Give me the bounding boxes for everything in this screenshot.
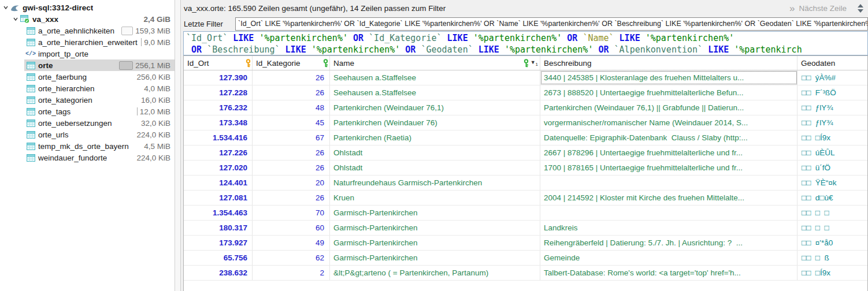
cell-geodaten[interactable]: □□ d□ù€ [797, 191, 867, 205]
cell-id-kategorie[interactable]: 60 [253, 221, 330, 235]
cell-id-ort[interactable]: 127.390 [184, 70, 253, 85]
tree-node-database[interactable]: va_xxx 2,4 GiB [0, 13, 175, 25]
cell-name[interactable]: Garmisch-Partenkirchen [330, 236, 540, 250]
cell-id-kategorie[interactable]: 26 [253, 146, 330, 160]
column-header-geodaten[interactable]: Geodaten [797, 56, 867, 70]
cell-id-kategorie[interactable]: 45 [253, 115, 330, 130]
cell-geodaten[interactable]: □□ úÈÛL [797, 146, 867, 160]
sidebar-item-orte[interactable]: orte 256,1 MiB [0, 59, 175, 71]
cell-geodaten[interactable]: □□ ƒlY¾ [797, 100, 867, 115]
sidebar-item-temp_mk_ds_orte_bayern[interactable]: temp_mk_ds_orte_bayern 4,5 MiB [0, 140, 175, 152]
cell-name[interactable]: Partenkirchen (Raetia) [330, 130, 540, 145]
cell-id-ort[interactable]: 127.081 [184, 191, 253, 205]
cell-name[interactable]: &lt;P&gt;arteno ( = Partenkirchen, Parta… [330, 266, 540, 280]
cell-id-ort[interactable]: 238.632 [184, 266, 253, 280]
tree-node-server[interactable]: gwi-sql:3312-direct [0, 2, 175, 13]
cell-id-ort[interactable]: 173.927 [184, 236, 253, 250]
chevron-down-icon[interactable] [12, 16, 20, 22]
cell-name[interactable]: Ohlstadt [330, 146, 540, 160]
filter-sql-editor[interactable]: `Id_Ort` LIKE '%partenkirchen%' OR `Id_K… [183, 31, 868, 55]
next-row-button[interactable]: Nächste Zeile [799, 4, 847, 13]
cell-beschreibung[interactable]: Talbert-Database: Rome's world: <a targe… [540, 266, 797, 280]
column-header-beschreibung[interactable]: Beschreibung [540, 56, 797, 70]
cell-id-kategorie[interactable]: 48 [253, 100, 330, 115]
cell-id-kategorie[interactable]: 67 [253, 130, 330, 145]
sidebar-item-orte_uebersetzungen[interactable]: orte_uebersetzungen 32,0 KiB [0, 117, 175, 129]
table-row: 180.317 60 Garmisch-Partenkirchen Landkr… [184, 221, 867, 236]
cell-beschreibung[interactable]: Reihengräberfeld | Datierung: 5./7. Jh. … [540, 236, 797, 250]
column-header-name[interactable]: Name ▼1 [330, 56, 540, 70]
filter-combo-input[interactable]: `Id_Ort` LIKE '%partenkirchen%' OR `Id_K… [235, 17, 868, 31]
cell-id-kategorie[interactable]: 49 [253, 236, 330, 250]
cell-geodaten[interactable]: □□ ŸÈ“¤k [797, 176, 867, 190]
sidebar-item-orte_urls[interactable]: orte_urls 224,0 KiB [0, 129, 175, 140]
sidebar-item-orte_kategorien[interactable]: orte_kategorien 16,0 KiB [0, 94, 175, 106]
cell-beschreibung[interactable] [540, 176, 797, 190]
cell-id-ort[interactable]: 1.534.416 [184, 130, 253, 145]
sidebar-item-a_orte_hierarchien_erweitert[interactable]: a_orte_hierarchien_erweitert 9,0 MiB [0, 36, 175, 48]
cell-beschreibung[interactable]: 1700 | 878165 | Untertaegige fruehmittel… [540, 161, 797, 175]
cell-name[interactable]: Kruen [330, 191, 540, 205]
cell-geodaten[interactable]: □□ ü´fÖ [797, 161, 867, 175]
cell-beschreibung[interactable]: Landkreis [540, 221, 797, 235]
cell-id-kategorie[interactable]: 20 [253, 176, 330, 190]
sidebar-item-orte_hierarchien[interactable]: orte_hierarchien 4,0 MiB [0, 83, 175, 94]
recent-filters-label[interactable]: Letzte Filter [184, 20, 235, 28]
cell-id-ort[interactable]: 127.020 [184, 161, 253, 175]
cell-geodaten[interactable]: □□ ƒlY¾ [797, 115, 867, 130]
cell-id-kategorie[interactable]: 2 [253, 266, 330, 280]
cell-id-kategorie[interactable]: 26 [253, 70, 330, 85]
cell-id-ort[interactable]: 124.401 [184, 176, 253, 190]
cell-beschreibung[interactable] [540, 206, 797, 220]
cell-id-ort[interactable]: 180.317 [184, 221, 253, 235]
sidebar-item-orte_faerbung[interactable]: orte_faerbung 256,0 KiB [0, 71, 175, 83]
cell-id-kategorie[interactable]: 26 [253, 85, 330, 100]
cell-id-kategorie[interactable]: 70 [253, 206, 330, 220]
cell-id-kategorie[interactable]: 26 [253, 161, 330, 175]
cell-beschreibung[interactable]: 2004 | 214592 | Kloster mit Kirche des f… [540, 191, 797, 205]
cell-geodaten[interactable]: □□ ¤'*å0 [797, 236, 867, 250]
next-rows-icon[interactable]: » [789, 3, 795, 13]
cell-name[interactable]: Garmisch-Partenkirchen [330, 206, 540, 220]
sort-updown-icon[interactable] [858, 4, 863, 13]
cell-beschreibung[interactable]: vorgermanischer/romanischer Name (Weinda… [540, 115, 797, 130]
column-header-id-kategorie[interactable]: Id_Kategorie [253, 56, 330, 70]
cell-name[interactable]: Garmisch-Partenkirchen [330, 251, 540, 265]
cell-name[interactable]: Partenkirchen (Weindauer 76,1) [330, 100, 540, 115]
cell-geodaten[interactable]: □□ □ □ [797, 206, 867, 220]
cell-geodaten[interactable]: □□ □Í9x [797, 266, 867, 280]
cell-geodaten[interactable]: □□ F´³ßÖ [797, 85, 867, 100]
cell-beschreibung[interactable]: Partenkirchen (Weindauer 76,1) || Grabfu… [540, 100, 797, 115]
chevron-down-icon[interactable] [2, 5, 10, 10]
cell-beschreibung[interactable]: 2673 | 888520 | Untertaegige fruehmittel… [540, 85, 797, 100]
cell-id-ort[interactable]: 65.756 [184, 251, 253, 265]
sidebar-item-orte_tags[interactable]: orte_tags 12,0 MiB [0, 106, 175, 117]
sidebar-item-import_tp_orte[interactable]: </> import_tp_orte [0, 48, 175, 59]
sidebar-item-weindauer_fundorte[interactable]: weindauer_fundorte 224,0 KiB [0, 152, 175, 163]
cell-id-ort[interactable]: 176.232 [184, 100, 253, 115]
cell-geodaten[interactable]: □□ □ ß [797, 251, 867, 265]
cell-beschreibung[interactable]: 2667 | 878296 | Untertaegige fruehmittel… [540, 146, 797, 160]
cell-name[interactable]: Ohlstadt [330, 161, 540, 175]
cell-geodaten[interactable]: □□ □Í9x [797, 130, 867, 145]
cell-name[interactable]: Partenkirchen (Weindauer 76) [330, 115, 540, 130]
cell-name[interactable]: Naturfreundehaus Garmisch-Partenkirchen [330, 176, 540, 190]
cell-beschreibung[interactable]: 3440 | 245385 | Klosteranlage des fruehe… [540, 70, 797, 85]
cell-id-ort[interactable]: 127.228 [184, 85, 253, 100]
cell-id-ort[interactable]: 127.226 [184, 146, 253, 160]
cell-id-ort[interactable]: 173.348 [184, 115, 253, 130]
sidebar-item-a_orte_aehnlichkeiten[interactable]: a_orte_aehnlichkeiten 159,3 MiB [0, 25, 175, 36]
cell-geodaten[interactable]: □□ □ □ [797, 221, 867, 235]
cell-id-kategorie[interactable]: 26 [253, 191, 330, 205]
cell-name[interactable]: Seehausen a.Staffelsee [330, 70, 540, 85]
cell-name[interactable]: Garmisch-Partenkirchen [330, 221, 540, 235]
sort-descending-icon[interactable]: ▼1 [530, 59, 540, 67]
cell-beschreibung[interactable]: Datenquelle: Epigraphik-Datenbank Clauss… [540, 130, 797, 145]
cell-id-kategorie[interactable]: 62 [253, 251, 330, 265]
cell-name[interactable]: Seehausen a.Staffelsee [330, 85, 540, 100]
sidebar-splitter[interactable] [175, 0, 181, 291]
column-header-id-ort[interactable]: Id_Ort [184, 56, 253, 70]
cell-id-ort[interactable]: 1.354.463 [184, 206, 253, 220]
cell-geodaten[interactable]: □□ ýÀ%# [797, 70, 867, 85]
cell-beschreibung[interactable]: Gemeinde [540, 251, 797, 265]
